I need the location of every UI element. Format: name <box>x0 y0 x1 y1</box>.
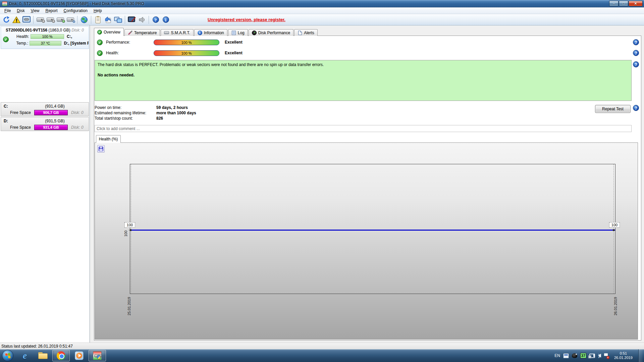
windows-logo-icon <box>5 353 10 358</box>
volume-tray-icon[interactable] <box>598 354 601 358</box>
volumes-line2: D:, [System R <box>64 41 89 46</box>
analyse-button[interactable] <box>11 15 21 24</box>
partition-d[interactable]: D: (931,5 GB) Free Space 931,4 GB Disk: … <box>1 117 89 131</box>
disk-extended-test-icon <box>57 17 64 22</box>
flag-blue <box>5 356 8 358</box>
tab-label: Log <box>238 31 245 35</box>
menu-report[interactable]: Report <box>43 8 61 14</box>
tab-temperature[interactable]: Temperature <box>124 29 160 36</box>
register-notice-link[interactable]: Unregistered version, please register. <box>208 17 285 22</box>
settings-button[interactable] <box>127 15 137 24</box>
temp-bar: 37 °C <box>30 41 61 46</box>
flag-yellow <box>8 356 10 358</box>
tab-overview[interactable]: ✓ Overview <box>94 28 124 36</box>
tabstrip: ✓ Overview Temperature S.M.A.R.T. i Info… <box>94 28 318 36</box>
tab-label: Overview <box>104 30 120 35</box>
performance-rating: Excellent <box>225 40 243 45</box>
menu-view[interactable]: View <box>28 8 43 14</box>
disk-surface-test-button[interactable] <box>35 15 45 24</box>
disk-monitor-icon <box>22 16 31 23</box>
taskbar-chrome-button[interactable] <box>52 350 70 361</box>
save-icon <box>99 146 103 151</box>
temperature-tray-icon[interactable]: 37 <box>580 353 586 358</box>
free-space-label: Free Space <box>10 110 34 115</box>
tab-information[interactable]: i Information <box>194 29 227 36</box>
menu-file[interactable]: File <box>1 8 14 14</box>
alerts-page-icon <box>298 31 302 35</box>
menu-help[interactable]: Help <box>91 8 105 14</box>
comment-input[interactable] <box>95 125 632 132</box>
tab-label: Alerts <box>304 31 314 35</box>
help-icon-status[interactable]: ? <box>633 61 639 67</box>
free-space-bar: 931,4 GB <box>34 125 68 130</box>
keyboard-layout-icon[interactable] <box>563 353 569 358</box>
tray-utility-icon[interactable] <box>572 353 577 358</box>
help-icon-health[interactable]: ? <box>633 50 639 56</box>
free-space-label: Free Space <box>10 125 34 130</box>
partition-row: C: (931,4 GB) <box>1 103 89 109</box>
disk-preview-button[interactable] <box>21 15 32 24</box>
help-icon-repeat-test[interactable]: ? <box>633 105 639 111</box>
partition-c[interactable]: C: (931,4 GB) Free Space 906,7 GB Disk: … <box>1 102 89 116</box>
help-button[interactable]: ? <box>151 15 161 24</box>
tab-log[interactable]: Log <box>228 29 248 36</box>
save-chart-button[interactable] <box>97 145 105 153</box>
play-icon <box>76 353 82 359</box>
tab-label: Information <box>204 31 224 35</box>
taskbar: e EN 37 0:51 26.01.2019 <box>0 349 644 362</box>
log-doc-icon <box>231 31 236 35</box>
toolbar-separator <box>125 16 125 24</box>
toolbar-separator <box>33 16 34 24</box>
taskbar-explorer-button[interactable] <box>34 350 52 361</box>
send-report-button[interactable] <box>103 15 113 24</box>
tab-label: S.M.A.R.T. <box>171 31 190 35</box>
disk-seek-test-icon <box>67 17 74 22</box>
partition-size: (931,5 GB) <box>24 119 86 123</box>
app-icon <box>2 1 7 6</box>
start-button[interactable] <box>2 350 13 361</box>
language-indicator[interactable]: EN <box>554 353 560 358</box>
disk-temp-row: Temp.: 37 °C D:, [System R <box>1 40 89 47</box>
taskbar-mediaplayer-button[interactable] <box>70 350 88 361</box>
toolbar-separator <box>91 16 91 24</box>
taskbar-clock[interactable]: 0:51 26.01.2019 <box>611 351 635 360</box>
info-label: Total start/stop count: <box>95 116 156 121</box>
point-label-left: 100 <box>124 222 135 228</box>
taskbar-hdsentinel-button[interactable] <box>89 350 106 361</box>
close-button[interactable]: ✕ <box>629 1 643 6</box>
maximize-button[interactable]: □ <box>619 1 628 6</box>
chart-tab-health[interactable]: Health (%) <box>96 135 121 143</box>
network-button[interactable] <box>113 15 123 24</box>
repeat-test-button[interactable]: Repeat Test <box>595 105 631 113</box>
show-desktop-button[interactable] <box>638 349 643 362</box>
disk-extended-test-button[interactable] <box>55 15 65 24</box>
menu-configuration[interactable]: Configuration <box>61 8 91 14</box>
window-title: Disk: 0, ST2000DL001-9VT156 [5YD0F5BP] -… <box>9 1 607 6</box>
globe-icon <box>81 16 88 23</box>
menu-disk[interactable]: Disk <box>14 8 28 14</box>
refresh-button[interactable] <box>1 15 11 24</box>
partition-disk: Disk: 0 <box>71 110 84 115</box>
disk-seek-test-button[interactable] <box>65 15 75 24</box>
disk-short-test-button[interactable] <box>45 15 55 24</box>
tab-disk-performance[interactable]: Disk Performance <box>249 29 293 36</box>
send-report-icon <box>104 16 112 23</box>
tab-smart[interactable]: S.M.A.R.T. <box>161 29 193 36</box>
help-icon-performance[interactable]: ? <box>633 39 639 45</box>
data-point-marker <box>613 229 614 231</box>
disk-list-item[interactable]: ST2000DL001-9VT156 (1863,0 GB) Disk: 0 ✓… <box>1 26 89 49</box>
sound-button[interactable] <box>137 15 147 24</box>
online-button[interactable] <box>79 15 89 24</box>
action-center-flag-icon[interactable] <box>604 353 608 358</box>
minimize-button[interactable]: – <box>609 1 619 6</box>
status-last-updated: Status last updated: 26.01.2019 0:51:47 <box>1 344 73 349</box>
info-row: Total start/stop count: 826 <box>95 116 163 121</box>
about-button[interactable]: i <box>161 15 171 24</box>
taskbar-ie-button[interactable]: e <box>16 350 34 361</box>
disk-short-test-icon <box>47 17 54 22</box>
info-icon: i <box>163 16 169 23</box>
tab-alerts[interactable]: Alerts <box>294 29 318 36</box>
gridline-left <box>131 164 131 294</box>
report-button[interactable] <box>93 15 103 24</box>
info-value: 59 days, 2 hours <box>156 105 188 110</box>
